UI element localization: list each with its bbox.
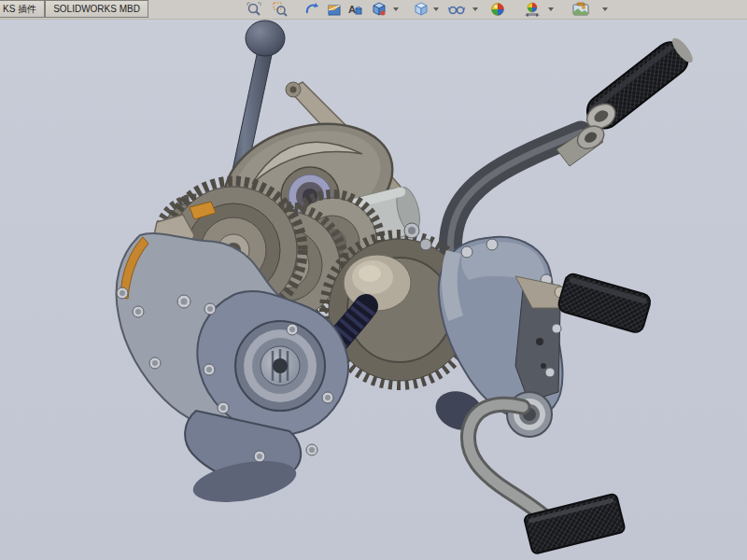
dropdown-arrow-icon[interactable] [601,7,609,14]
output-shaft-boss [235,321,325,411]
graphics-area[interactable] [0,0,747,560]
apply-scene-icon[interactable] [523,1,541,18]
tab-solidworks-mbd[interactable]: SOLIDWORKS MBD [45,0,148,18]
svg-text:A: A [348,4,356,15]
command-manager-tabs: KS 插件 SOLIDWORKS MBD [0,0,148,18]
zoom-to-fit-icon[interactable] [245,1,262,18]
edit-appearance-icon[interactable] [488,1,506,18]
display-style-icon[interactable] [412,1,430,18]
dynamic-annotation-views-icon[interactable]: A [345,1,363,18]
dropdown-arrow-icon[interactable] [432,7,440,14]
dropdown-arrow-icon[interactable] [472,7,479,14]
hide-show-items-icon[interactable] [447,1,465,18]
dropdown-arrow-icon[interactable] [392,7,400,14]
view-settings-icon[interactable] [571,1,589,18]
section-view-icon[interactable] [325,1,343,18]
previous-view-icon[interactable] [303,1,320,18]
dropdown-arrow-icon[interactable] [547,7,555,14]
tab-ks-plugin[interactable]: KS 插件 [0,0,45,18]
view-orientation-icon[interactable] [370,1,388,18]
kick-lever-grip[interactable] [557,34,698,166]
shift-lever-ball [246,21,285,56]
solidworks-window: { "command_manager_tabs": [ { "label": "… [0,0,747,560]
zoom-to-area-icon[interactable] [271,1,289,18]
